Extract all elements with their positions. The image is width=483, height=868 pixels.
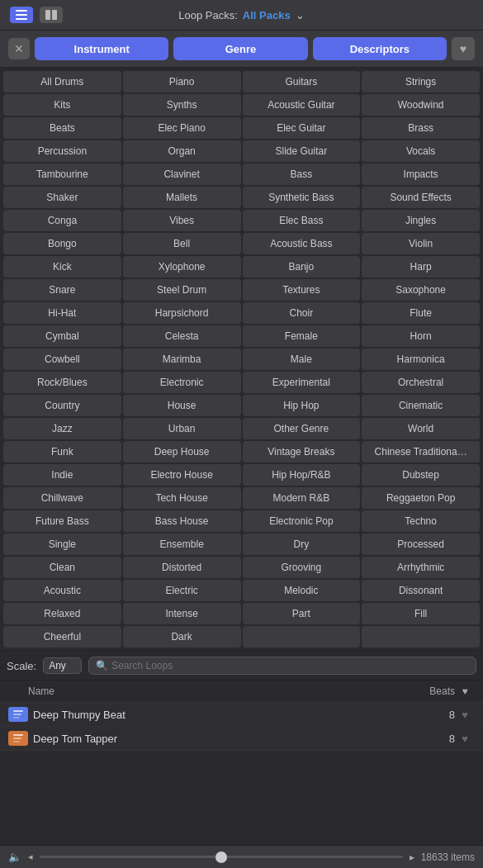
grid-cell[interactable]: Cinematic xyxy=(362,395,480,416)
grid-cell[interactable]: Beats xyxy=(3,117,121,139)
grid-cell[interactable]: Rock/Blues xyxy=(3,372,121,393)
grid-cell[interactable]: Chillwave xyxy=(3,487,121,509)
grid-cell[interactable]: Kits xyxy=(3,94,121,116)
grid-cell[interactable]: Relaxed xyxy=(3,603,121,624)
grid-cell[interactable]: Marimba xyxy=(123,349,241,370)
grid-cell[interactable]: Acoustic Guitar xyxy=(243,94,361,116)
grid-cell[interactable]: Jazz xyxy=(3,418,121,439)
grid-cell[interactable]: Modern R&B xyxy=(243,487,361,509)
grid-cell[interactable] xyxy=(362,626,480,647)
grid-cell[interactable]: Vintage Breaks xyxy=(243,441,361,462)
grid-cell[interactable]: Mallets xyxy=(123,187,241,208)
grid-cell[interactable]: Bell xyxy=(123,233,241,254)
favorites-button[interactable]: ♥ xyxy=(452,37,475,60)
grid-cell[interactable]: Bass xyxy=(243,164,361,185)
grid-cell[interactable]: Kick xyxy=(3,256,121,277)
grid-cell[interactable]: Elec Piano xyxy=(123,117,241,139)
grid-cell[interactable]: Acoustic Bass xyxy=(243,233,361,254)
grid-cell[interactable]: Vibes xyxy=(123,210,241,231)
grid-cell[interactable]: Arrhythmic xyxy=(362,557,480,578)
grid-cell[interactable]: Bongo xyxy=(3,233,121,254)
genre-tab[interactable]: Genre xyxy=(173,37,307,60)
grid-cell[interactable]: Saxophone xyxy=(362,279,480,301)
grid-cell[interactable]: Harmonica xyxy=(362,349,480,370)
descriptors-tab[interactable]: Descriptors xyxy=(313,37,447,60)
grid-cell[interactable]: Electronic Pop xyxy=(243,510,361,532)
grid-cell[interactable]: Hip Hop xyxy=(243,395,361,416)
grid-cell[interactable]: Shaker xyxy=(3,187,121,208)
row-heart-button[interactable]: ♥ xyxy=(455,733,475,745)
grid-cell[interactable]: Banjo xyxy=(243,256,361,277)
instrument-tab[interactable]: Instrument xyxy=(35,37,168,60)
scale-select[interactable]: Any xyxy=(43,657,82,674)
grid-cell[interactable]: Bass House xyxy=(123,510,241,532)
grid-cell[interactable]: Country xyxy=(3,395,121,416)
row-heart-button[interactable]: ♥ xyxy=(455,709,475,721)
grid-cell[interactable]: Horn xyxy=(362,325,480,347)
grid-cell[interactable]: Guitars xyxy=(243,71,361,92)
grid-cell[interactable]: Steel Drum xyxy=(123,279,241,301)
grid-cell[interactable]: Synthetic Bass xyxy=(243,187,361,208)
grid-cell[interactable]: Brass xyxy=(362,117,480,139)
grid-cell[interactable] xyxy=(243,626,361,647)
grid-cell[interactable]: Choir xyxy=(243,302,361,324)
grid-cell[interactable]: Clean xyxy=(3,557,121,578)
grid-cell[interactable]: Snare xyxy=(3,279,121,301)
grid-cell[interactable]: Synths xyxy=(123,94,241,116)
close-button[interactable]: ✕ xyxy=(8,38,30,59)
grid-cell[interactable]: Impacts xyxy=(362,164,480,185)
grid-cell[interactable]: Dark xyxy=(123,626,241,647)
grid-cell[interactable]: Clavinet xyxy=(123,164,241,185)
grid-cell[interactable]: Other Genre xyxy=(243,418,361,439)
grid-cell[interactable]: Dubstep xyxy=(362,464,480,486)
grid-cell[interactable]: Xylophone xyxy=(123,256,241,277)
grid-cell[interactable]: Ensemble xyxy=(123,534,241,555)
grid-cell[interactable]: Urban xyxy=(123,418,241,439)
grid-cell[interactable]: Harp xyxy=(362,256,480,277)
grid-cell[interactable]: Single xyxy=(3,534,121,555)
grid-cell[interactable]: World xyxy=(362,418,480,439)
grid-cell[interactable]: Indie xyxy=(3,464,121,486)
grid-cell[interactable]: Fill xyxy=(362,603,480,624)
grid-cell[interactable]: Experimental xyxy=(243,372,361,393)
grid-cell[interactable]: Male xyxy=(243,349,361,370)
all-packs-label[interactable]: All Packs xyxy=(243,9,291,21)
grid-cell[interactable]: Funk xyxy=(3,441,121,462)
grid-cell[interactable]: House xyxy=(123,395,241,416)
table-row[interactable]: Deep Tom Tapper 8 ♥ xyxy=(0,727,483,751)
view-toggle[interactable] xyxy=(10,7,63,23)
grid-cell[interactable]: Grooving xyxy=(243,557,361,578)
grid-cell[interactable]: Electro House xyxy=(123,464,241,486)
grid-cell[interactable]: Chinese Traditiona… xyxy=(362,441,480,462)
grid-cell[interactable]: Hip Hop/R&B xyxy=(243,464,361,486)
grid-cell[interactable]: Cheerful xyxy=(3,626,121,647)
grid-cell[interactable]: Vocals xyxy=(362,140,480,162)
grid-cell[interactable]: Processed xyxy=(362,534,480,555)
grid-cell[interactable]: Distorted xyxy=(123,557,241,578)
grid-cell[interactable]: Orchestral xyxy=(362,372,480,393)
grid-cell[interactable]: Harpsichord xyxy=(123,302,241,324)
list-view-icon[interactable] xyxy=(10,7,33,23)
grid-cell[interactable]: Dissonant xyxy=(362,580,480,601)
grid-cell[interactable]: Tambourine xyxy=(3,164,121,185)
grid-cell[interactable]: Cowbell xyxy=(3,349,121,370)
grid-cell[interactable]: Hi-Hat xyxy=(3,302,121,324)
grid-cell[interactable]: Acoustic xyxy=(3,580,121,601)
grid-cell[interactable]: Conga xyxy=(3,210,121,231)
grid-cell[interactable]: Jingles xyxy=(362,210,480,231)
mute-icon[interactable]: 🔈 xyxy=(8,851,21,863)
column-view-icon[interactable] xyxy=(40,7,63,23)
grid-cell[interactable]: Percussion xyxy=(3,140,121,162)
grid-cell[interactable]: Melodic xyxy=(243,580,361,601)
grid-cell[interactable]: Reggaeton Pop xyxy=(362,487,480,509)
grid-cell[interactable]: Tech House xyxy=(123,487,241,509)
volume-slider[interactable] xyxy=(40,856,403,858)
grid-cell[interactable]: Part xyxy=(243,603,361,624)
grid-cell[interactable]: Electric xyxy=(123,580,241,601)
grid-cell[interactable]: Textures xyxy=(243,279,361,301)
grid-cell[interactable]: Future Bass xyxy=(3,510,121,532)
grid-cell[interactable]: Cymbal xyxy=(3,325,121,347)
grid-cell[interactable]: Woodwind xyxy=(362,94,480,116)
table-row[interactable]: Deep Thumpy Beat 8 ♥ xyxy=(0,703,483,727)
grid-cell[interactable]: Violin xyxy=(362,233,480,254)
